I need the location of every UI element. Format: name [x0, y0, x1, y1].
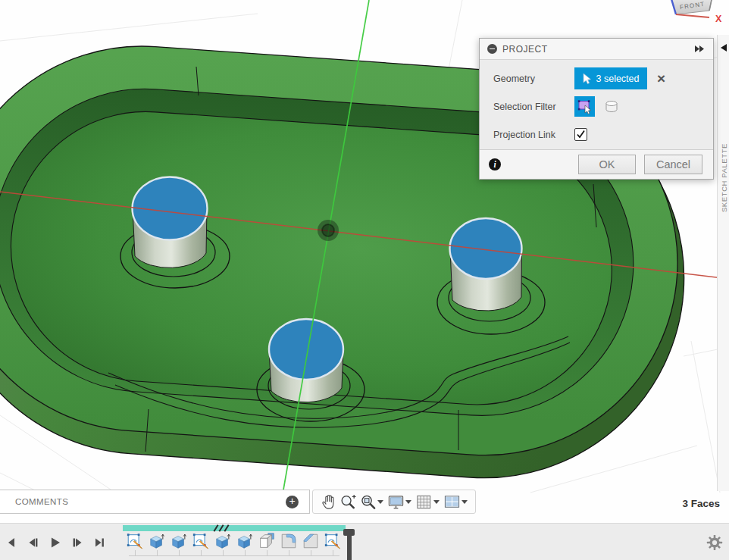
sketch-palette-label: SKETCH PALETTE [720, 123, 729, 233]
x-axis-label: X [715, 14, 722, 24]
geometry-row: Geometry 3 selected × [480, 64, 713, 92]
timeline-feature-extrude-icon[interactable] [148, 532, 166, 550]
selection-filter-label: Selection Filter [493, 102, 574, 112]
selected-face-2[interactable] [450, 218, 522, 279]
nav-grid-settings-icon[interactable] [414, 492, 433, 512]
ok-button[interactable]: OK [578, 155, 636, 174]
filter-faces-button[interactable] [574, 96, 595, 117]
projection-link-row: Projection Link [480, 120, 713, 149]
info-icon[interactable]: i [489, 158, 501, 171]
timeline-playhead[interactable] [347, 535, 352, 560]
viewcube[interactable]: FRONT X [646, 0, 729, 30]
comments-label: COMMENTS [0, 497, 286, 506]
geometry-selection-button[interactable]: 3 selected [574, 67, 647, 89]
nav-display-settings-icon[interactable] [386, 492, 405, 512]
playback-go-to-beginning-icon[interactable] [3, 534, 20, 551]
selection-filter-row: Selection Filter [480, 92, 713, 120]
expand-dialog-icon[interactable] [693, 44, 706, 54]
face-filter-icon [577, 99, 593, 114]
expand-palette-arrow-icon[interactable] [721, 44, 727, 52]
selected-face-3[interactable] [269, 319, 343, 380]
timeline-feature-extrude-icon[interactable] [170, 532, 188, 550]
cancel-button[interactable]: Cancel [644, 155, 702, 174]
band-hatch-mark [224, 524, 230, 532]
selection-status-text: 3 Faces [682, 498, 720, 509]
playback-step-forward-icon[interactable] [69, 534, 86, 551]
timeline-feature-fillet-icon[interactable] [280, 532, 298, 550]
nav-fit-icon[interactable] [358, 492, 377, 512]
origin-marker [318, 220, 339, 241]
playback-go-to-end-icon[interactable] [91, 534, 108, 551]
collapse-dialog-icon[interactable] [487, 44, 497, 54]
body-filter-icon [603, 99, 620, 114]
chevron-down-icon[interactable] [461, 500, 468, 504]
viewcube-x-axis-edge [676, 14, 709, 17]
cursor-arrow-icon [583, 73, 593, 85]
geometry-selection-count: 3 selected [596, 74, 640, 84]
chevron-down-icon[interactable] [377, 500, 383, 504]
chevron-down-icon[interactable] [405, 500, 411, 504]
timeline-bar [0, 523, 729, 560]
filter-bodies-button[interactable] [601, 96, 621, 117]
timeline-baseline [129, 555, 339, 556]
timeline-feature-chamfer-icon[interactable] [302, 532, 320, 550]
project-dialog-header[interactable]: PROJECT [480, 39, 713, 60]
nav-viewports-icon[interactable] [442, 492, 461, 512]
geometry-label: Geometry [493, 74, 574, 84]
comments-bar[interactable]: COMMENTS + [0, 490, 310, 514]
nav-pan-icon[interactable] [318, 492, 338, 512]
timeline-features [126, 532, 342, 550]
checkmark-icon [576, 130, 586, 139]
timeline-feature-sketch-icon[interactable] [324, 532, 342, 550]
timeline-feature-sketch-icon[interactable] [192, 532, 210, 550]
dialog-title: PROJECT [502, 44, 693, 55]
nav-zoom-icon[interactable] [338, 492, 358, 512]
fusion-canvas-stage: FRONT X SKETCH PALETTE PROJECT Geometry … [0, 0, 729, 560]
playback-play-icon[interactable] [47, 534, 64, 551]
timeline-feature-combine-icon[interactable] [258, 532, 276, 550]
projection-link-checkbox[interactable] [574, 128, 587, 141]
settings-gear-icon[interactable] [706, 534, 723, 551]
project-dialog: PROJECT Geometry 3 selected × Selection … [479, 38, 714, 180]
project-dialog-footer: i OK Cancel [480, 149, 713, 179]
timeline-marker-band [123, 525, 346, 531]
timeline-feature-extrude-icon[interactable] [214, 532, 232, 550]
add-comment-icon[interactable]: + [286, 496, 299, 508]
playback-controls [3, 534, 108, 551]
projection-link-label: Projection Link [493, 130, 574, 140]
chevron-down-icon[interactable] [433, 500, 440, 504]
sketch-palette-tab[interactable] [717, 35, 729, 491]
playback-step-back-icon[interactable] [25, 534, 42, 551]
nav-toolbar [312, 490, 476, 514]
clear-selection-icon[interactable]: × [657, 73, 665, 85]
timeline-feature-extrude-icon[interactable] [236, 532, 254, 550]
timeline-feature-sketch-icon[interactable] [126, 532, 144, 550]
